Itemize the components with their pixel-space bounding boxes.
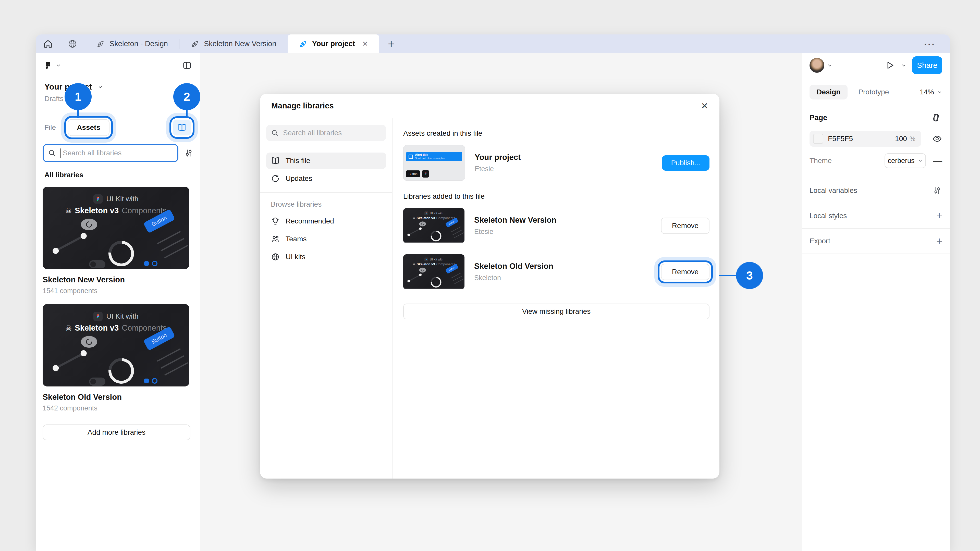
page-section-header: Page [802,107,950,128]
theme-row: Theme cerberus — [802,153,950,168]
file-icon [96,40,105,48]
chevron-down-icon[interactable] [827,62,832,68]
figma-logo-icon [425,211,428,215]
eye-icon[interactable] [932,134,942,144]
theme-dropdown[interactable]: cerberus [885,153,926,168]
tab-skeleton-design[interactable]: Skeleton - Design [85,35,179,53]
spinner-component [428,229,444,243]
accordion-component [157,231,189,264]
spinner-component [103,353,139,386]
publish-button[interactable]: Publish... [662,156,710,171]
library-components-count: 1541 components [43,287,189,295]
checkbox-component [144,378,158,384]
figma-logo-icon [422,170,429,178]
section-label: Local variables [810,186,857,195]
canvas-area: Manage libraries ✕ This f [200,53,802,551]
modal-search-input[interactable] [283,129,382,137]
remove-theme-button[interactable]: — [933,156,942,166]
modal-body: This file Updates Browse libraries Recom… [260,118,719,478]
spinner-component [428,275,444,289]
toggle-panel-button[interactable] [182,60,192,70]
add-export-button[interactable]: + [936,235,942,247]
home-button[interactable] [36,35,60,53]
tab-label: Skeleton New Version [204,40,277,48]
nav-this-file[interactable]: This file [266,152,386,169]
spacer [802,168,950,178]
file-asset-row: Alert title Short and clear description … [403,145,710,181]
page-color-field: F5F5F5 100 % [810,131,921,147]
all-libraries-heading: All libraries [45,171,83,179]
tab-file[interactable]: File [45,124,56,132]
close-icon[interactable]: ✕ [362,40,368,48]
modal-search[interactable] [266,125,386,141]
new-tab-button[interactable]: + [379,35,403,53]
section-label: Local styles [810,212,847,220]
library-thumbnail: UI Kit with ☠Skeleton v3Components Butto… [403,208,465,243]
zoom-menu[interactable]: 14% [920,88,942,96]
community-button[interactable] [60,35,85,53]
thumb-brand: Skeleton v3 [417,216,435,220]
assets-section-heading: Assets created in this file [403,129,710,138]
search-input[interactable] [63,149,173,157]
opacity-field[interactable]: 100 % [889,135,921,143]
skull-icon: ☠ [413,216,415,220]
nav-teams[interactable]: Teams [266,231,386,247]
local-styles-section: Local styles + [802,203,950,228]
tab-label: Skeleton - Design [110,40,168,48]
tab-assets[interactable]: Assets [68,119,110,136]
section-label: Export [810,237,830,245]
remove-button-skeleton-old-version[interactable]: Remove [661,264,710,280]
library-button[interactable] [173,120,191,135]
left-sidebar: Your project Drafts File Assets [36,53,200,551]
chevron-down-icon[interactable] [901,62,907,68]
main-content: Your project Drafts File Assets [36,53,950,551]
thumb-line1: UI Kit with [430,258,443,261]
file-icon [299,40,307,48]
modal-nav: This file Updates Browse libraries Recom… [260,118,393,478]
search-icon [48,149,56,157]
filter-button[interactable] [183,148,194,158]
modal-main: Assets created in this file Alert title … [393,118,719,478]
tab-design[interactable]: Design [810,85,848,100]
library-card-skeleton-new-version[interactable]: UI Kit with ☠Skeleton v3Components Butto… [43,187,189,295]
accordion-component [157,348,189,382]
tab-skeleton-new-version[interactable]: Skeleton New Version [180,35,288,53]
view-missing-libraries-button[interactable]: View missing libraries [403,303,710,319]
close-icon[interactable]: ✕ [701,101,708,111]
main-menu-button[interactable] [43,61,61,70]
accordion-component [451,273,465,287]
slider-component [54,352,85,369]
add-style-button[interactable]: + [936,210,942,222]
nav-updates[interactable]: Updates [266,170,386,187]
library-card-skeleton-old-version[interactable]: UI Kit with ☠Skeleton v3Components Butto… [43,304,189,412]
styles-swatch-icon[interactable] [932,113,942,123]
alert-component: Alert title Short and clear description [406,152,462,161]
slider-component [408,274,421,282]
thumb-brand: Skeleton v3 [417,262,435,266]
color-hex-value[interactable]: F5F5F5 [828,135,853,143]
more-menu-button[interactable]: ⋯ [910,35,950,53]
library-title: Skeleton New Version [474,216,556,225]
remove-button-skeleton-new-version[interactable]: Remove [661,218,710,234]
alert-icon [409,155,413,159]
share-button[interactable]: Share [912,56,942,74]
color-swatch[interactable] [813,134,823,144]
library-search[interactable] [43,144,178,162]
variables-icon[interactable] [932,186,942,196]
theme-label: Theme [810,157,832,165]
nav-recommended[interactable]: Recommended [266,213,386,229]
avatar[interactable] [810,58,824,73]
nav-ui-kits[interactable]: UI kits [266,249,386,265]
right-panel-header: Share [802,53,950,78]
add-more-libraries-button[interactable]: Add more libraries [43,424,190,440]
thumb-brand: Skeleton v3 [75,206,119,215]
tab-prototype[interactable]: Prototype [858,88,889,96]
percent-sign: % [910,135,915,143]
nav-label: This file [286,157,310,165]
annotation-2-connector [186,109,188,118]
browse-libraries-heading: Browse libraries [271,200,386,208]
present-button[interactable] [885,60,895,71]
asset-owner: Etesie [475,165,520,173]
zoom-level: 14% [920,88,934,96]
tab-your-project[interactable]: Your project ✕ [288,35,379,53]
